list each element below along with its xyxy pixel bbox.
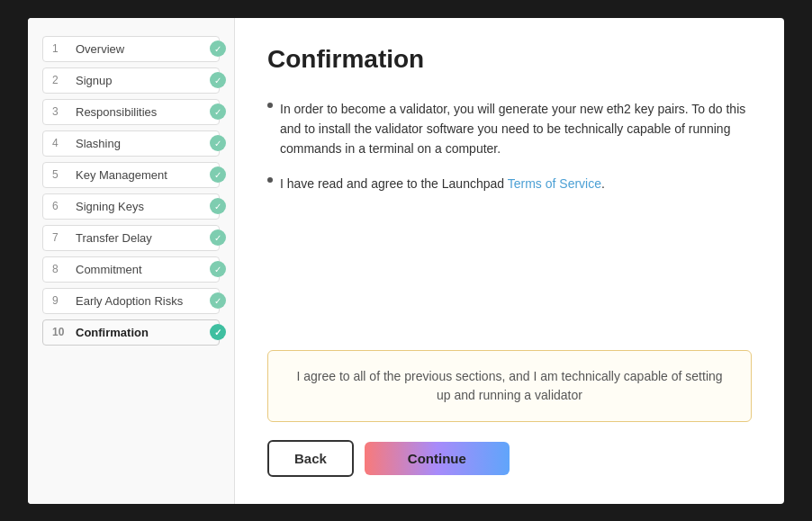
step-number-10: 10 bbox=[52, 326, 67, 338]
step-label-7: Transfer Delay bbox=[76, 231, 152, 245]
main-content: Confirmation In order to become a valida… bbox=[235, 18, 784, 504]
button-row: Back Continue bbox=[267, 440, 752, 477]
sidebar-step-4[interactable]: 4Slashing✓ bbox=[42, 130, 220, 157]
step-number-8: 8 bbox=[52, 263, 67, 275]
bullet-text-1: In order to become a validator, you will… bbox=[280, 99, 752, 159]
step-label-5: Key Management bbox=[76, 168, 167, 182]
check-badge-3: ✓ bbox=[210, 103, 226, 120]
check-badge-7: ✓ bbox=[210, 229, 226, 246]
step-label-1: Overview bbox=[76, 42, 124, 56]
step-label-4: Slashing bbox=[76, 137, 121, 150]
step-number-2: 2 bbox=[52, 74, 67, 86]
check-badge-8: ✓ bbox=[210, 261, 226, 277]
bullet-dot-1 bbox=[267, 103, 273, 108]
step-number-3: 3 bbox=[52, 105, 67, 118]
sidebar-step-2[interactable]: 2Signup✓ bbox=[42, 67, 220, 94]
step-number-1: 1 bbox=[52, 42, 67, 55]
check-badge-6: ✓ bbox=[210, 198, 226, 214]
bullet-item-2: I have read and agree to the Launchpad T… bbox=[267, 174, 752, 193]
sidebar-step-1[interactable]: 1Overview✓ bbox=[42, 36, 220, 62]
sidebar-step-9[interactable]: 9Early Adoption Risks✓ bbox=[42, 288, 220, 314]
sidebar-step-10[interactable]: 10Confirmation✓ bbox=[42, 319, 220, 346]
step-number-7: 7 bbox=[52, 231, 67, 244]
bullets-section: In order to become a validator, you will… bbox=[267, 99, 752, 332]
check-badge-9: ✓ bbox=[210, 292, 226, 309]
sidebar-step-8[interactable]: 8Commitment✓ bbox=[42, 256, 220, 283]
bullet-dot-2 bbox=[267, 177, 273, 183]
sidebar-step-6[interactable]: 6Signing Keys✓ bbox=[42, 193, 220, 220]
step-number-5: 5 bbox=[52, 168, 67, 181]
check-badge-2: ✓ bbox=[210, 72, 226, 88]
check-badge-10: ✓ bbox=[210, 324, 226, 340]
check-badge-5: ✓ bbox=[210, 166, 226, 183]
check-badge-1: ✓ bbox=[210, 40, 226, 57]
step-label-8: Commitment bbox=[76, 263, 142, 276]
check-badge-4: ✓ bbox=[210, 135, 226, 151]
sidebar: 1Overview✓2Signup✓3Responsibilities✓4Sla… bbox=[28, 18, 235, 504]
step-label-9: Early Adoption Risks bbox=[76, 294, 183, 308]
step-number-4: 4 bbox=[52, 137, 67, 149]
step-label-3: Responsibilities bbox=[76, 105, 157, 119]
back-button[interactable]: Back bbox=[267, 440, 354, 477]
bullet-text-2: I have read and agree to the Launchpad T… bbox=[280, 174, 605, 193]
page-title: Confirmation bbox=[267, 45, 752, 74]
step-label-6: Signing Keys bbox=[76, 200, 144, 213]
step-number-9: 9 bbox=[52, 294, 67, 307]
step-number-6: 6 bbox=[52, 200, 67, 212]
agreement-box: I agree to all of the previous sections,… bbox=[267, 350, 752, 422]
sidebar-step-7[interactable]: 7Transfer Delay✓ bbox=[42, 225, 220, 251]
agreement-text: I agree to all of the previous sections,… bbox=[296, 369, 722, 402]
terms-of-service-link[interactable]: Terms of Service bbox=[508, 176, 601, 191]
step-label-10: Confirmation bbox=[76, 326, 149, 339]
app-container: 1Overview✓2Signup✓3Responsibilities✓4Sla… bbox=[28, 18, 784, 504]
sidebar-step-5[interactable]: 5Key Management✓ bbox=[42, 162, 220, 188]
bullet-item-1: In order to become a validator, you will… bbox=[267, 99, 752, 159]
step-label-2: Signup bbox=[76, 74, 112, 87]
continue-button[interactable]: Continue bbox=[365, 442, 510, 475]
sidebar-step-3[interactable]: 3Responsibilities✓ bbox=[42, 99, 220, 125]
